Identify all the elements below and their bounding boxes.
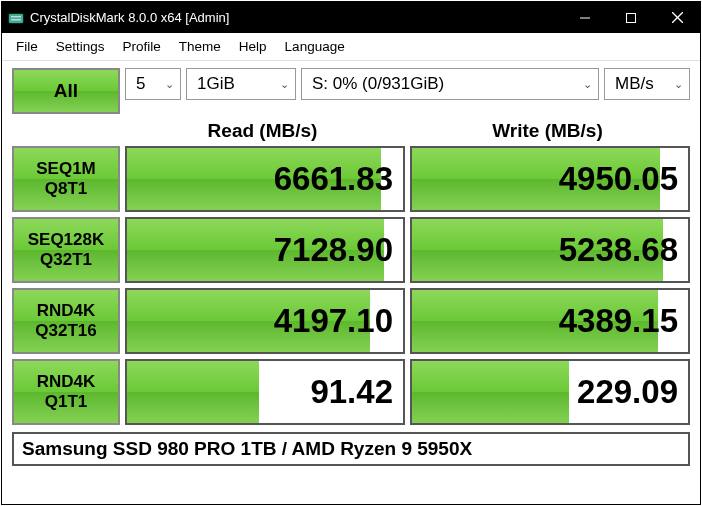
drive-select[interactable]: S: 0% (0/931GiB) ⌄ [301,68,599,100]
rows-container: SEQ1MQ8T16661.834950.05SEQ128KQ32T17128.… [12,146,690,430]
write-cell: 229.09 [410,359,690,425]
write-header: Write (MB/s) [405,120,690,142]
data-row: RND4KQ1T191.42229.09 [12,359,690,425]
close-button[interactable] [654,2,700,33]
chevron-down-icon: ⌄ [583,78,592,91]
data-row: SEQ128KQ32T17128.905238.68 [12,217,690,283]
write-value: 229.09 [577,373,678,411]
menu-profile[interactable]: Profile [115,36,169,57]
svg-rect-2 [11,19,21,21]
read-value: 7128.90 [274,231,393,269]
test-label-line1: RND4K [37,372,96,392]
menu-language[interactable]: Language [277,36,353,57]
test-label-line2: Q32T16 [35,321,96,341]
drive-info: Samsung SSD 980 PRO 1TB / AMD Ryzen 9 59… [12,432,690,466]
content-area: All 5 ⌄ 1GiB ⌄ S: 0% (0/931GiB) ⌄ MB/s ⌄ [2,61,700,504]
test-label-line1: RND4K [37,301,96,321]
write-cell: 5238.68 [410,217,690,283]
test-label-line2: Q32T1 [40,250,92,270]
app-window: CrystalDiskMark 8.0.0 x64 [Admin] File S… [1,1,701,505]
test-button[interactable]: RND4KQ32T16 [12,288,120,354]
menu-settings[interactable]: Settings [48,36,113,57]
maximize-button[interactable] [608,2,654,33]
write-cell: 4950.05 [410,146,690,212]
all-button[interactable]: All [12,68,120,114]
app-icon [8,10,24,26]
svg-rect-0 [9,14,23,23]
data-row: SEQ1MQ8T16661.834950.05 [12,146,690,212]
read-value: 4197.10 [274,302,393,340]
test-label-line1: SEQ1M [36,159,96,179]
test-label-line1: SEQ128K [28,230,105,250]
read-header: Read (MB/s) [120,120,405,142]
selects-group: 5 ⌄ 1GiB ⌄ S: 0% (0/931GiB) ⌄ MB/s ⌄ [125,68,690,114]
test-button[interactable]: SEQ128KQ32T1 [12,217,120,283]
size-value: 1GiB [197,74,235,94]
unit-select[interactable]: MB/s ⌄ [604,68,690,100]
menu-file[interactable]: File [8,36,46,57]
chevron-down-icon: ⌄ [165,78,174,91]
test-label-line2: Q1T1 [45,392,88,412]
read-bar [127,361,259,423]
write-bar [412,361,569,423]
window-title: CrystalDiskMark 8.0.0 x64 [Admin] [30,10,562,25]
drive-value: S: 0% (0/931GiB) [312,74,444,94]
read-cell: 6661.83 [125,146,405,212]
test-label-line2: Q8T1 [45,179,88,199]
runs-value: 5 [136,74,145,94]
test-button[interactable]: RND4KQ1T1 [12,359,120,425]
write-value: 4389.15 [559,302,678,340]
write-value: 4950.05 [559,160,678,198]
read-value: 6661.83 [274,160,393,198]
test-button[interactable]: SEQ1MQ8T1 [12,146,120,212]
chevron-down-icon: ⌄ [674,78,683,91]
menubar: File Settings Profile Theme Help Languag… [2,33,700,61]
read-value: 91.42 [310,373,393,411]
read-cell: 4197.10 [125,288,405,354]
all-button-label: All [54,80,78,102]
data-row: RND4KQ32T164197.104389.15 [12,288,690,354]
write-cell: 4389.15 [410,288,690,354]
runs-select[interactable]: 5 ⌄ [125,68,181,100]
read-cell: 7128.90 [125,217,405,283]
controls-row: All 5 ⌄ 1GiB ⌄ S: 0% (0/931GiB) ⌄ MB/s ⌄ [12,68,690,114]
write-value: 5238.68 [559,231,678,269]
svg-rect-4 [627,13,636,22]
menu-help[interactable]: Help [231,36,275,57]
titlebar: CrystalDiskMark 8.0.0 x64 [Admin] [2,2,700,33]
minimize-button[interactable] [562,2,608,33]
chevron-down-icon: ⌄ [280,78,289,91]
size-select[interactable]: 1GiB ⌄ [186,68,296,100]
unit-value: MB/s [615,74,654,94]
svg-rect-1 [11,16,21,18]
menu-theme[interactable]: Theme [171,36,229,57]
read-cell: 91.42 [125,359,405,425]
header-row: Read (MB/s) Write (MB/s) [12,116,690,146]
